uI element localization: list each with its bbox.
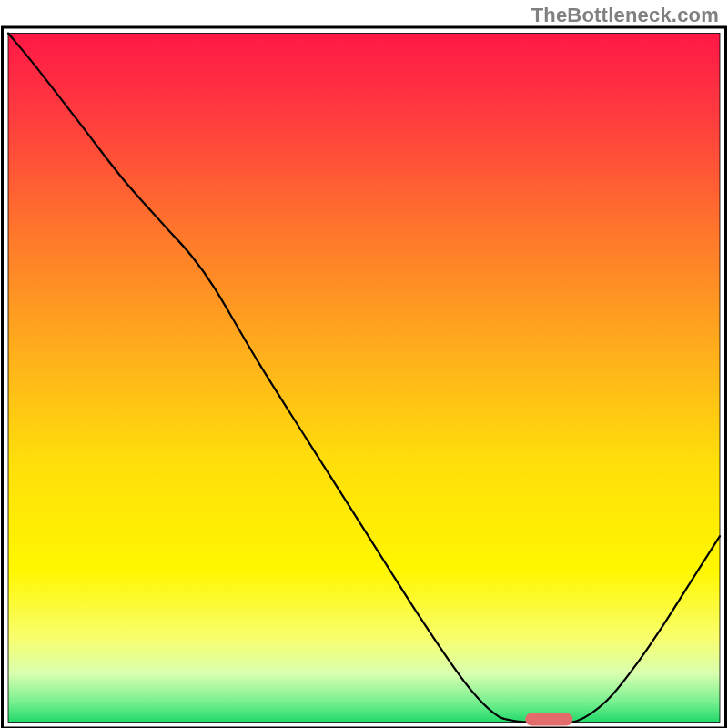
chart-container: TheBottleneck.com	[0, 0, 728, 728]
bottleneck-chart	[0, 0, 728, 728]
chart-background-gradient	[8, 34, 720, 723]
optimal-marker	[525, 713, 572, 725]
